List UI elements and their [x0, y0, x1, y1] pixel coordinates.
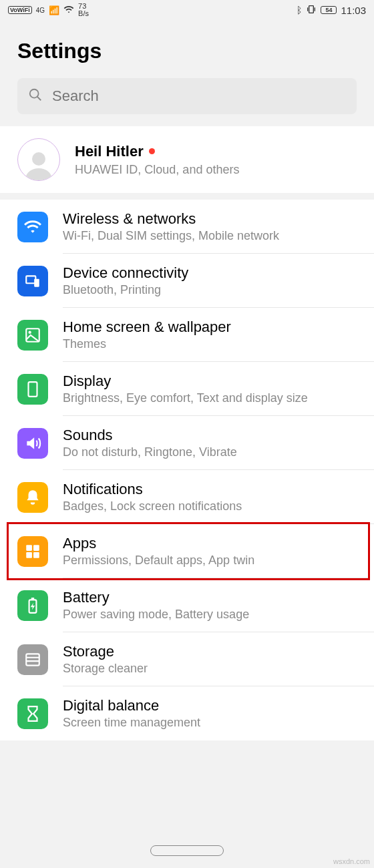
settings-item-image[interactable]: Home screen & wallpaperThemes	[0, 308, 374, 362]
item-sub: Bluetooth, Printing	[63, 283, 188, 297]
account-text: Heil Hitler HUAWEI ID, Cloud, and others	[75, 143, 239, 177]
watermark: wsxdn.com	[333, 857, 370, 865]
item-sub: Themes	[63, 337, 231, 351]
settings-item-devices[interactable]: Device connectivityBluetooth, Printing	[0, 254, 374, 308]
item-title: Apps	[63, 535, 254, 552]
item-text: AppsPermissions, Default apps, App twin	[63, 535, 254, 568]
search-input[interactable]	[52, 87, 346, 105]
item-text: StorageStorage cleaner	[63, 643, 148, 676]
svg-rect-7	[29, 382, 37, 397]
svg-rect-4	[34, 278, 39, 286]
net-speed: 73B/s	[78, 3, 89, 17]
vibrate-icon	[306, 4, 317, 17]
item-sub: Storage cleaner	[63, 662, 148, 676]
svg-rect-10	[26, 552, 32, 558]
display-icon	[17, 374, 48, 405]
network-tag: 4G	[36, 7, 45, 14]
svg-rect-13	[31, 598, 34, 600]
item-text: DisplayBrightness, Eye comfort, Text and…	[63, 373, 308, 405]
bluetooth-icon: ᛒ	[297, 5, 302, 15]
account-name: Heil Hitler	[75, 143, 144, 160]
settings-item-display[interactable]: DisplayBrightness, Eye comfort, Text and…	[0, 362, 374, 416]
settings-item-hourglass[interactable]: Digital balanceScreen time management	[0, 686, 374, 740]
item-text: Device connectivityBluetooth, Printing	[63, 264, 188, 297]
item-sub: Screen time management	[63, 716, 200, 730]
settings-item-battery[interactable]: BatteryPower saving mode, Battery usage	[0, 578, 374, 632]
home-indicator[interactable]	[150, 845, 224, 856]
item-text: BatteryPower saving mode, Battery usage	[63, 589, 249, 622]
page-title: Settings	[0, 20, 374, 78]
svg-point-1	[30, 89, 39, 98]
wifi-icon	[63, 4, 74, 17]
settings-item-sound[interactable]: SoundsDo not disturb, Ringtone, Vibrate	[0, 416, 374, 470]
item-text: SoundsDo not disturb, Ringtone, Vibrate	[63, 427, 237, 459]
settings-list: Wireless & networksWi-Fi, Dual SIM setti…	[0, 200, 374, 740]
notification-dot-icon	[149, 148, 155, 154]
search-icon	[28, 87, 43, 105]
item-text: Home screen & wallpaperThemes	[63, 318, 231, 351]
settings-item-bell[interactable]: NotificationsBadges, Lock screen notific…	[0, 470, 374, 524]
settings-item-apps[interactable]: AppsPermissions, Default apps, App twin	[7, 522, 370, 580]
apps-icon	[17, 536, 48, 567]
hourglass-icon	[17, 698, 48, 729]
item-title: Home screen & wallpaper	[63, 318, 231, 336]
status-right: ᛒ 54 11:03	[297, 4, 366, 17]
search-bar[interactable]	[17, 78, 357, 114]
item-title: Device connectivity	[63, 264, 188, 282]
vowifi-badge: VoWiFi	[8, 6, 32, 14]
item-text: NotificationsBadges, Lock screen notific…	[63, 481, 242, 513]
item-sub: Badges, Lock screen notifications	[63, 499, 242, 513]
battery-icon	[17, 590, 48, 621]
status-left: VoWiFi 4G 📶 73B/s	[8, 3, 89, 17]
item-title: Battery	[63, 589, 249, 606]
account-sub: HUAWEI ID, Cloud, and others	[75, 163, 239, 177]
sound-icon	[17, 428, 48, 459]
item-title: Display	[63, 373, 308, 390]
avatar	[17, 138, 60, 181]
search-container	[0, 78, 374, 126]
wifi-icon	[17, 212, 48, 242]
clock: 11:03	[341, 5, 366, 16]
status-bar: VoWiFi 4G 📶 73B/s ᛒ 54 11:03	[0, 0, 374, 20]
item-title: Sounds	[63, 427, 237, 444]
image-icon	[17, 320, 48, 351]
item-sub: Do not disturb, Ringtone, Vibrate	[63, 445, 237, 459]
item-sub: Power saving mode, Battery usage	[63, 608, 249, 622]
item-title: Digital balance	[63, 697, 200, 714]
settings-item-storage[interactable]: StorageStorage cleaner	[0, 632, 374, 686]
settings-item-wifi[interactable]: Wireless & networksWi-Fi, Dual SIM setti…	[0, 200, 374, 254]
svg-rect-14	[26, 654, 39, 665]
svg-rect-0	[309, 5, 314, 13]
signal-icon: 📶	[49, 5, 59, 15]
svg-rect-9	[33, 545, 39, 551]
item-title: Wireless & networks	[63, 210, 279, 228]
item-title: Notifications	[63, 481, 242, 498]
devices-icon	[17, 266, 48, 296]
svg-point-6	[29, 331, 31, 333]
battery-level: 54	[321, 6, 337, 14]
item-text: Digital balanceScreen time management	[63, 697, 200, 730]
svg-rect-11	[33, 552, 39, 558]
item-sub: Wi-Fi, Dual SIM settings, Mobile network	[63, 229, 279, 243]
item-sub: Permissions, Default apps, App twin	[63, 554, 254, 568]
item-title: Storage	[63, 643, 148, 660]
item-sub: Brightness, Eye comfort, Text and displa…	[63, 391, 308, 405]
bell-icon	[17, 482, 48, 513]
item-text: Wireless & networksWi-Fi, Dual SIM setti…	[63, 210, 279, 243]
svg-point-2	[32, 152, 45, 166]
storage-icon	[17, 644, 48, 675]
svg-rect-8	[26, 545, 32, 551]
account-row[interactable]: Heil Hitler HUAWEI ID, Cloud, and others	[0, 126, 374, 200]
